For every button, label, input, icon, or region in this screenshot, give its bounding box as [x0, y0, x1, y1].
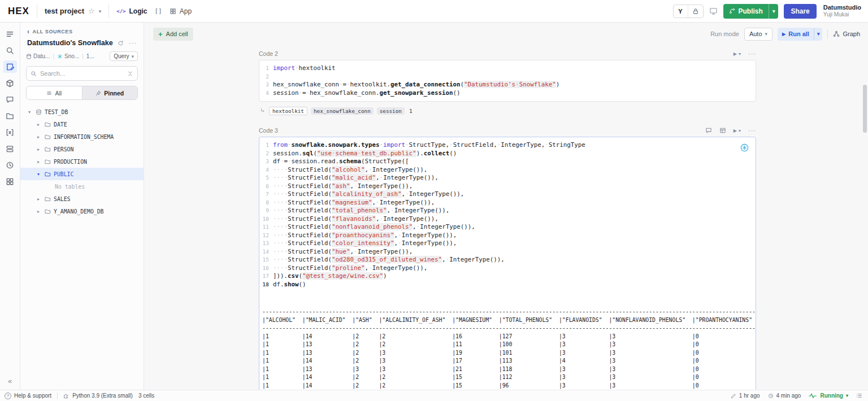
code-line[interactable]: 3df·=·session.read.schema(StructType([: [259, 158, 756, 166]
output-count[interactable]: 1: [409, 108, 413, 114]
code-line[interactable]: 4session·=·hex_snowflake_conn.get_snowpa…: [259, 89, 756, 98]
project-menu[interactable]: test project ☆ ▾: [45, 7, 101, 15]
refresh-icon[interactable]: [118, 40, 124, 46]
tab-app[interactable]: App: [170, 7, 192, 15]
data-sources-icon[interactable]: [3, 60, 17, 73]
code-cell-3[interactable]: 1from·snowflake.snowpark.types·import·St…: [259, 137, 756, 390]
chevron-right-icon[interactable]: ▸: [37, 122, 42, 127]
lock-icon[interactable]: [688, 5, 703, 18]
tab-pinned[interactable]: Pinned: [82, 86, 138, 99]
add-cell-button[interactable]: + Add cell: [153, 28, 193, 41]
code-line[interactable]: 1import·hextoolkit: [259, 64, 756, 73]
query-type-select[interactable]: Query ▾: [110, 51, 138, 61]
comments-icon[interactable]: [3, 93, 17, 106]
code-line[interactable]: 2session.sql("use·schema·test_db.public"…: [259, 150, 756, 158]
chevron-right-icon[interactable]: ▸: [37, 209, 42, 214]
connection-crumb-database[interactable]: Datu...: [26, 53, 50, 59]
tree-item-sales[interactable]: ▸SALES: [20, 193, 144, 205]
layouts-icon[interactable]: [3, 142, 17, 155]
hex-logo[interactable]: HEX: [8, 6, 29, 17]
packages-icon[interactable]: [3, 77, 17, 89]
tab-logic[interactable]: </> Logic: [116, 7, 147, 15]
tree-item-y_amano_demo_db[interactable]: ▸Y_AMANO_DEMO_DB: [20, 205, 144, 217]
tree-item-person[interactable]: ▸PERSON: [20, 143, 144, 155]
connection-crumb-warehouse[interactable]: Sno...: [57, 53, 79, 59]
code-line[interactable]: 11····StructField("nonflavanoid_phenols"…: [259, 223, 756, 232]
publish-button[interactable]: Publish ▾: [723, 4, 779, 19]
code-line[interactable]: 6····StructField("ash",·IntegerType()),: [259, 182, 756, 191]
output-variable-badge[interactable]: hex_snowflake_conn: [311, 107, 374, 115]
code-line[interactable]: 2: [259, 73, 756, 81]
all-sources-back-button[interactable]: ‹ ALL SOURCES: [20, 23, 144, 37]
run-all-chevron-icon[interactable]: ▾: [814, 31, 823, 37]
code-line[interactable]: 12····StructField("proanthocyanins",·Int…: [259, 232, 756, 240]
code-line[interactable]: 8····StructField("magnesium",·IntegerTyp…: [259, 199, 756, 207]
cell-count[interactable]: 3 cells: [138, 393, 154, 399]
code-line[interactable]: 10····StructField("flavanoids",·IntegerT…: [259, 215, 756, 224]
output-variable-badge[interactable]: hextoolkit: [269, 107, 307, 115]
favorite-star-icon[interactable]: ☆: [88, 7, 95, 15]
code-line[interactable]: 9····StructField("total_phenols",·Intege…: [259, 207, 756, 215]
code-line[interactable]: 17])).csv("@test_stage/wine.csv"): [259, 272, 756, 281]
tree-item-information_schema[interactable]: ▸INFORMATION_SCHEMA: [20, 130, 144, 143]
history-icon[interactable]: [3, 159, 17, 171]
chevron-down-icon[interactable]: ▾: [37, 172, 42, 177]
search-box[interactable]: [26, 66, 138, 81]
code-line[interactable]: 3hex_snowflake_conn·=·hextoolkit.get_dat…: [259, 81, 756, 89]
kernel-selector[interactable]: Python 3.9 (Extra small): [63, 393, 133, 399]
code-line[interactable]: 1from·snowflake.snowpark.types·import·St…: [259, 141, 756, 150]
chevron-right-icon[interactable]: ▸: [37, 159, 42, 164]
chevron-right-icon[interactable]: ▸: [37, 134, 42, 140]
run-cell-button[interactable]: ▶▾: [734, 128, 741, 133]
tab-all[interactable]: All: [27, 86, 82, 99]
chevron-right-icon[interactable]: ▸: [37, 147, 42, 152]
run-mode-select[interactable]: Auto ▾: [744, 28, 772, 41]
collapse-all-icon[interactable]: [127, 71, 133, 77]
code-line[interactable]: 4····StructField("alcohol",·IntegerType(…: [259, 166, 756, 175]
cell-menu-icon[interactable]: ···: [748, 50, 756, 57]
tree-item-date[interactable]: ▸DATE: [20, 118, 144, 130]
run-all-button[interactable]: ▶ Run all ▾: [778, 28, 822, 41]
code-line[interactable]: 16····StructField("proline",·IntegerType…: [259, 264, 756, 273]
graph-view-button[interactable]: Graph: [833, 30, 860, 37]
cell-title[interactable]: Code 3: [259, 127, 278, 134]
tree-item-public[interactable]: ▾PUBLIC: [20, 168, 144, 180]
collapse-sidebar-icon[interactable]: «: [8, 377, 12, 385]
search-input[interactable]: [40, 70, 124, 77]
tree-item-database[interactable]: ▾TEST_DB: [20, 106, 144, 118]
code-line[interactable]: 7····StructField("alcalinity_of_ash",·In…: [259, 190, 756, 199]
code-editor[interactable]: 1from·snowflake.snowpark.types·import·St…: [259, 137, 756, 293]
code-line[interactable]: 13····StructField("color_intensity",·Int…: [259, 239, 756, 248]
logs-icon[interactable]: [856, 393, 862, 399]
chevron-right-icon[interactable]: ▸: [37, 197, 42, 202]
code-line[interactable]: 5····StructField("malic_acid",·IntegerTy…: [259, 174, 756, 182]
code-line[interactable]: 15····StructField("od280_od315_of_dilute…: [259, 256, 756, 264]
variables-icon[interactable]: [3, 126, 17, 138]
comment-icon[interactable]: [705, 127, 712, 134]
connection-crumb-count[interactable]: 1...: [86, 53, 94, 59]
screen-monitor-icon[interactable]: [709, 7, 718, 15]
last-edited[interactable]: 1 hr ago: [731, 393, 760, 399]
table-display-icon[interactable]: [719, 127, 726, 134]
output-variable-badge[interactable]: session: [377, 107, 405, 115]
outline-icon[interactable]: [3, 28, 17, 40]
code-line[interactable]: 18df.show(): [259, 281, 756, 289]
user-info[interactable]: Datumstudio Yuji Mukai: [823, 4, 861, 18]
cell-title[interactable]: Code 2: [259, 50, 278, 57]
code-editor[interactable]: 1import·hextoolkit2 3hex_snowflake_conn·…: [259, 60, 756, 101]
chevron-down-icon[interactable]: ▾: [28, 110, 33, 115]
files-icon[interactable]: [3, 110, 17, 122]
presence-avatar[interactable]: Y: [674, 5, 688, 18]
kernel-status[interactable]: Running ▾: [809, 393, 848, 399]
vertical-scrollbar[interactable]: [863, 85, 867, 133]
integrations-icon[interactable]: [3, 175, 17, 188]
share-button[interactable]: Share: [784, 4, 816, 19]
help-support-button[interactable]: ? Help & support: [5, 393, 51, 399]
run-cell-button[interactable]: ▶▾: [734, 51, 741, 56]
tree-item-production[interactable]: ▸PRODUCTION: [20, 155, 144, 168]
last-run[interactable]: 4 min ago: [768, 393, 801, 399]
code-line[interactable]: 14····StructField("hue",·IntegerType()),: [259, 248, 756, 256]
cell-menu-icon[interactable]: ···: [748, 127, 756, 134]
more-options-icon[interactable]: ···: [129, 40, 137, 46]
publish-chevron-icon[interactable]: ▾: [769, 8, 779, 14]
